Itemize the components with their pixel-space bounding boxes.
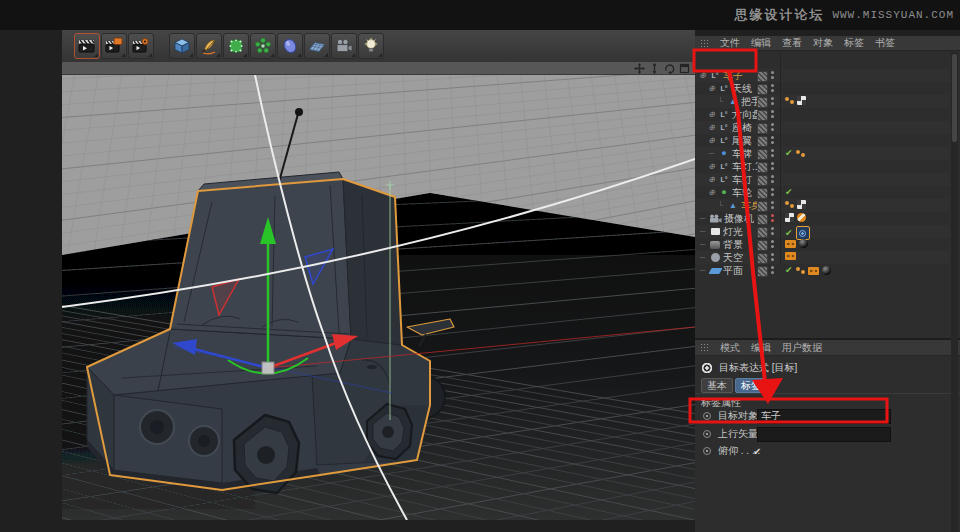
visibility-dots[interactable] — [771, 162, 774, 170]
visibility-dots[interactable] — [771, 240, 774, 248]
expander-icon[interactable]: ⊕ — [707, 123, 716, 132]
object-label[interactable]: 背景 — [723, 238, 743, 252]
layer-chip[interactable] — [757, 110, 768, 121]
menu-am-edit[interactable]: 编辑 — [751, 341, 771, 355]
visibility-dots[interactable] — [771, 175, 774, 183]
add-light-button[interactable] — [358, 33, 384, 59]
menu-view[interactable]: 查看 — [782, 36, 802, 50]
tree-row-chedeng1[interactable]: ⊕L°车灯.1 — [695, 160, 950, 173]
layer-chip[interactable] — [757, 201, 768, 212]
object-label[interactable]: 车灯 — [732, 173, 752, 187]
visibility-dots[interactable] — [771, 84, 774, 92]
keyframe-circle-icon[interactable] — [703, 430, 711, 438]
tree-row-bashou[interactable]: └▲把手 — [695, 95, 950, 108]
layer-chip[interactable] — [757, 175, 768, 186]
object-label[interactable]: 灯光 — [723, 225, 743, 239]
tree-row-chedeng[interactable]: ⊕L°车灯 — [695, 173, 950, 186]
tree-row-zuoyi[interactable]: ⊕L°座椅 — [695, 121, 950, 134]
scrollbar-thumb[interactable] — [952, 54, 957, 142]
visibility-dots[interactable] — [771, 188, 774, 196]
deformer-button[interactable] — [277, 33, 303, 59]
viewport-title-bar[interactable] — [62, 62, 695, 75]
add-camera-button[interactable] — [331, 33, 357, 59]
object-label[interactable]: 天空 — [723, 251, 743, 265]
expander-icon[interactable]: ⊕ — [707, 84, 716, 93]
tree-row-beijing[interactable]: ─背景 — [695, 238, 950, 251]
expander-icon[interactable]: ⊕ — [707, 136, 716, 145]
enabled-check-icon[interactable]: ✔ — [785, 148, 793, 159]
visibility-dots[interactable] — [771, 71, 774, 79]
spline-pen-button[interactable] — [196, 33, 222, 59]
render-settings-button[interactable] — [128, 33, 154, 59]
layer-chip[interactable] — [757, 227, 768, 238]
menu-objects[interactable]: 对象 — [813, 36, 833, 50]
phong-tag[interactable] — [796, 150, 805, 157]
visibility-dots[interactable] — [771, 201, 774, 209]
pan-view-icon[interactable] — [634, 63, 645, 74]
floor-environment-button[interactable] — [304, 33, 330, 59]
visibility-dots[interactable] — [771, 123, 774, 131]
visibility-dots[interactable] — [771, 266, 774, 274]
menu-edit[interactable]: 编辑 — [751, 36, 771, 50]
tree-row-chezi[interactable]: ⊕L°车子 — [695, 69, 950, 82]
enabled-check-icon[interactable]: ✔ — [785, 228, 793, 239]
tab-tag[interactable]: 标签 — [735, 378, 767, 393]
layer-chip[interactable] — [757, 84, 768, 95]
render-picture-viewer-button[interactable] — [101, 33, 127, 59]
menu-tags[interactable]: 标签 — [844, 36, 864, 50]
expander-icon[interactable]: ⊕ — [707, 162, 716, 171]
object-label[interactable]: 座椅 — [732, 121, 752, 135]
keyframe-circle-icon[interactable] — [703, 412, 711, 420]
layer-chip[interactable] — [757, 149, 768, 160]
visibility-dots[interactable] — [771, 253, 774, 261]
subdivision-surface-button[interactable] — [223, 33, 249, 59]
object-label[interactable]: 车轮 — [732, 186, 752, 200]
object-label[interactable]: 摄像机 — [724, 212, 754, 226]
panel-grip-icon[interactable] — [700, 39, 709, 48]
up-vector-input[interactable] — [757, 427, 891, 442]
target-object-input[interactable] — [757, 409, 891, 424]
expander-icon[interactable]: ⊕ — [698, 71, 707, 80]
panel-scrollbar[interactable] — [951, 52, 958, 532]
tree-row-dengguang[interactable]: ─灯光✔ — [695, 225, 950, 238]
uv-tag[interactable] — [797, 200, 806, 209]
layer-chip[interactable] — [757, 97, 768, 108]
enabled-check-icon[interactable]: ✔ — [785, 187, 793, 198]
compositing-tag[interactable] — [785, 252, 796, 260]
visibility-dots[interactable] — [771, 227, 774, 235]
composite-tag[interactable] — [785, 213, 794, 222]
object-label[interactable]: 车牌 — [732, 147, 752, 161]
visibility-dots[interactable] — [771, 149, 774, 157]
object-label[interactable]: 天线 — [732, 82, 752, 96]
phong-tag[interactable] — [785, 97, 794, 104]
object-label[interactable]: 平面 — [723, 264, 743, 278]
expander-icon[interactable]: ⊕ — [707, 175, 716, 184]
phong-tag[interactable] — [796, 267, 805, 274]
rotate-view-icon[interactable] — [664, 63, 675, 74]
menu-user-data[interactable]: 用户数据 — [782, 341, 822, 355]
layer-chip[interactable] — [757, 253, 768, 264]
layer-chip[interactable] — [757, 266, 768, 277]
menu-bookmarks[interactable]: 书签 — [875, 36, 895, 50]
panel-grip-icon[interactable] — [700, 343, 709, 352]
visibility-dots[interactable] — [771, 136, 774, 144]
3d-scene[interactable] — [62, 75, 695, 520]
material-tag[interactable] — [799, 239, 808, 248]
tree-row-weiyi[interactable]: ⊕L°尾翼 — [695, 134, 950, 147]
tree-row-cheshen[interactable]: └▲车身 — [695, 199, 950, 212]
add-cube-button[interactable] — [169, 33, 195, 59]
zoom-view-icon[interactable] — [649, 63, 660, 74]
uv-tag[interactable] — [797, 96, 806, 105]
visibility-dots[interactable] — [771, 110, 774, 118]
tree-row-pingmian[interactable]: ─平面✔ — [695, 264, 950, 277]
expander-icon[interactable]: ⊕ — [707, 188, 716, 197]
expander-icon[interactable]: ⊕ — [707, 110, 716, 119]
material-tag[interactable] — [822, 266, 831, 275]
tab-basic[interactable]: 基本 — [701, 378, 733, 393]
protection-tag[interactable] — [797, 213, 806, 222]
array-modeling-button[interactable] — [250, 33, 276, 59]
layer-chip[interactable] — [757, 71, 768, 82]
pitch-checkbox[interactable]: ✔ — [753, 446, 761, 457]
compositing-tag[interactable] — [785, 240, 796, 248]
tree-row-tianxian[interactable]: ⊕L°天线 — [695, 82, 950, 95]
